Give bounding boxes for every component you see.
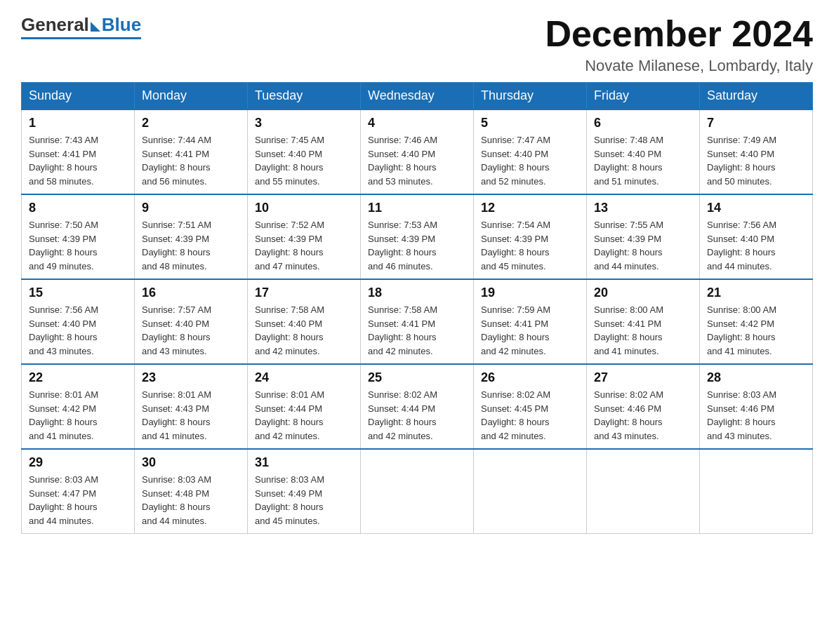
day-number: 24 xyxy=(255,370,353,385)
calendar-day-cell: 24Sunrise: 8:01 AMSunset: 4:44 PMDayligh… xyxy=(248,364,361,449)
logo-general-text: General xyxy=(21,14,89,36)
calendar-day-cell: 27Sunrise: 8:02 AMSunset: 4:46 PMDayligh… xyxy=(587,364,700,449)
day-number: 4 xyxy=(368,116,466,130)
day-info: Sunrise: 7:54 AMSunset: 4:39 PMDaylight:… xyxy=(481,218,579,273)
calendar-day-cell: 13Sunrise: 7:55 AMSunset: 4:39 PMDayligh… xyxy=(587,194,700,279)
location-subtitle: Novate Milanese, Lombardy, Italy xyxy=(545,57,813,75)
day-number: 1 xyxy=(29,116,127,130)
calendar-day-cell: 17Sunrise: 7:58 AMSunset: 4:40 PMDayligh… xyxy=(248,279,361,364)
calendar-day-cell: 12Sunrise: 7:54 AMSunset: 4:39 PMDayligh… xyxy=(474,194,587,279)
day-info: Sunrise: 7:45 AMSunset: 4:40 PMDaylight:… xyxy=(255,133,353,188)
day-number: 17 xyxy=(255,286,353,300)
calendar-week-row: 15Sunrise: 7:56 AMSunset: 4:40 PMDayligh… xyxy=(22,279,813,364)
calendar-day-cell xyxy=(361,449,474,534)
day-info: Sunrise: 7:47 AMSunset: 4:40 PMDaylight:… xyxy=(481,133,579,188)
day-number: 7 xyxy=(707,116,805,130)
logo-blue-text: Blue xyxy=(102,14,141,36)
day-number: 31 xyxy=(255,455,353,470)
day-number: 5 xyxy=(481,116,579,130)
day-info: Sunrise: 7:56 AMSunset: 4:40 PMDaylight:… xyxy=(707,218,805,273)
calendar-day-cell: 16Sunrise: 7:57 AMSunset: 4:40 PMDayligh… xyxy=(135,279,248,364)
day-info: Sunrise: 7:51 AMSunset: 4:39 PMDaylight:… xyxy=(142,218,240,273)
day-info: Sunrise: 7:44 AMSunset: 4:41 PMDaylight:… xyxy=(142,133,240,188)
calendar-week-row: 22Sunrise: 8:01 AMSunset: 4:42 PMDayligh… xyxy=(22,364,813,449)
day-info: Sunrise: 7:52 AMSunset: 4:39 PMDaylight:… xyxy=(255,218,353,273)
day-number: 27 xyxy=(594,370,692,385)
day-info: Sunrise: 8:02 AMSunset: 4:46 PMDaylight:… xyxy=(594,388,692,443)
calendar-day-cell: 2Sunrise: 7:44 AMSunset: 4:41 PMDaylight… xyxy=(135,109,248,194)
title-area: December 2024 Novate Milanese, Lombardy,… xyxy=(545,14,813,75)
column-header-wednesday: Wednesday xyxy=(361,83,474,110)
day-info: Sunrise: 7:48 AMSunset: 4:40 PMDaylight:… xyxy=(594,133,692,188)
day-info: Sunrise: 8:00 AMSunset: 4:42 PMDaylight:… xyxy=(707,303,805,358)
month-title: December 2024 xyxy=(545,14,813,54)
day-number: 8 xyxy=(29,201,127,215)
calendar-day-cell: 31Sunrise: 8:03 AMSunset: 4:49 PMDayligh… xyxy=(248,449,361,534)
day-info: Sunrise: 8:03 AMSunset: 4:49 PMDaylight:… xyxy=(255,473,353,528)
calendar-day-cell xyxy=(587,449,700,534)
day-number: 29 xyxy=(29,455,127,470)
day-number: 10 xyxy=(255,201,353,215)
day-info: Sunrise: 7:55 AMSunset: 4:39 PMDaylight:… xyxy=(594,218,692,273)
column-header-monday: Monday xyxy=(135,83,248,110)
day-info: Sunrise: 8:03 AMSunset: 4:48 PMDaylight:… xyxy=(142,473,240,528)
calendar-day-cell: 22Sunrise: 8:01 AMSunset: 4:42 PMDayligh… xyxy=(22,364,135,449)
day-number: 30 xyxy=(142,455,240,470)
calendar-day-cell: 8Sunrise: 7:50 AMSunset: 4:39 PMDaylight… xyxy=(22,194,135,279)
calendar-week-row: 29Sunrise: 8:03 AMSunset: 4:47 PMDayligh… xyxy=(22,449,813,534)
calendar-table: SundayMondayTuesdayWednesdayThursdayFrid… xyxy=(21,82,813,534)
day-info: Sunrise: 7:50 AMSunset: 4:39 PMDaylight:… xyxy=(29,218,127,273)
calendar-day-cell xyxy=(474,449,587,534)
calendar-day-cell: 25Sunrise: 8:02 AMSunset: 4:44 PMDayligh… xyxy=(361,364,474,449)
day-info: Sunrise: 8:00 AMSunset: 4:41 PMDaylight:… xyxy=(594,303,692,358)
calendar-day-cell: 11Sunrise: 7:53 AMSunset: 4:39 PMDayligh… xyxy=(361,194,474,279)
day-info: Sunrise: 8:01 AMSunset: 4:44 PMDaylight:… xyxy=(255,388,353,443)
day-info: Sunrise: 7:57 AMSunset: 4:40 PMDaylight:… xyxy=(142,303,240,358)
calendar-week-row: 1Sunrise: 7:43 AMSunset: 4:41 PMDaylight… xyxy=(22,109,813,194)
calendar-day-cell: 6Sunrise: 7:48 AMSunset: 4:40 PMDaylight… xyxy=(587,109,700,194)
day-info: Sunrise: 7:56 AMSunset: 4:40 PMDaylight:… xyxy=(29,303,127,358)
day-info: Sunrise: 8:03 AMSunset: 4:47 PMDaylight:… xyxy=(29,473,127,528)
calendar-day-cell: 19Sunrise: 7:59 AMSunset: 4:41 PMDayligh… xyxy=(474,279,587,364)
logo-underline xyxy=(21,37,141,39)
calendar-day-cell: 14Sunrise: 7:56 AMSunset: 4:40 PMDayligh… xyxy=(700,194,813,279)
day-number: 2 xyxy=(142,116,240,130)
day-number: 19 xyxy=(481,286,579,300)
day-number: 16 xyxy=(142,286,240,300)
calendar-day-cell: 18Sunrise: 7:58 AMSunset: 4:41 PMDayligh… xyxy=(361,279,474,364)
column-header-thursday: Thursday xyxy=(474,83,587,110)
calendar-day-cell: 21Sunrise: 8:00 AMSunset: 4:42 PMDayligh… xyxy=(700,279,813,364)
day-number: 15 xyxy=(29,286,127,300)
day-number: 14 xyxy=(707,201,805,215)
day-info: Sunrise: 8:02 AMSunset: 4:44 PMDaylight:… xyxy=(368,388,466,443)
day-number: 6 xyxy=(594,116,692,130)
calendar-day-cell: 23Sunrise: 8:01 AMSunset: 4:43 PMDayligh… xyxy=(135,364,248,449)
calendar-day-cell: 20Sunrise: 8:00 AMSunset: 4:41 PMDayligh… xyxy=(587,279,700,364)
day-info: Sunrise: 7:46 AMSunset: 4:40 PMDaylight:… xyxy=(368,133,466,188)
day-number: 13 xyxy=(594,201,692,215)
day-info: Sunrise: 8:01 AMSunset: 4:42 PMDaylight:… xyxy=(29,388,127,443)
day-info: Sunrise: 7:58 AMSunset: 4:40 PMDaylight:… xyxy=(255,303,353,358)
column-header-tuesday: Tuesday xyxy=(248,83,361,110)
day-info: Sunrise: 8:01 AMSunset: 4:43 PMDaylight:… xyxy=(142,388,240,443)
calendar-day-cell: 10Sunrise: 7:52 AMSunset: 4:39 PMDayligh… xyxy=(248,194,361,279)
day-number: 3 xyxy=(255,116,353,130)
day-number: 21 xyxy=(707,286,805,300)
calendar-day-cell: 3Sunrise: 7:45 AMSunset: 4:40 PMDaylight… xyxy=(248,109,361,194)
column-header-sunday: Sunday xyxy=(22,83,135,110)
calendar-day-cell xyxy=(700,449,813,534)
day-number: 12 xyxy=(481,201,579,215)
day-number: 18 xyxy=(368,286,466,300)
day-number: 20 xyxy=(594,286,692,300)
column-header-saturday: Saturday xyxy=(700,83,813,110)
calendar-day-cell: 5Sunrise: 7:47 AMSunset: 4:40 PMDaylight… xyxy=(474,109,587,194)
calendar-day-cell: 15Sunrise: 7:56 AMSunset: 4:40 PMDayligh… xyxy=(22,279,135,364)
day-number: 22 xyxy=(29,370,127,385)
page-header: General Blue December 2024 Novate Milane… xyxy=(21,14,813,75)
day-number: 11 xyxy=(368,201,466,215)
logo-arrow-icon xyxy=(91,22,100,32)
day-number: 28 xyxy=(707,370,805,385)
day-number: 23 xyxy=(142,370,240,385)
calendar-day-cell: 29Sunrise: 8:03 AMSunset: 4:47 PMDayligh… xyxy=(22,449,135,534)
day-info: Sunrise: 7:59 AMSunset: 4:41 PMDaylight:… xyxy=(481,303,579,358)
